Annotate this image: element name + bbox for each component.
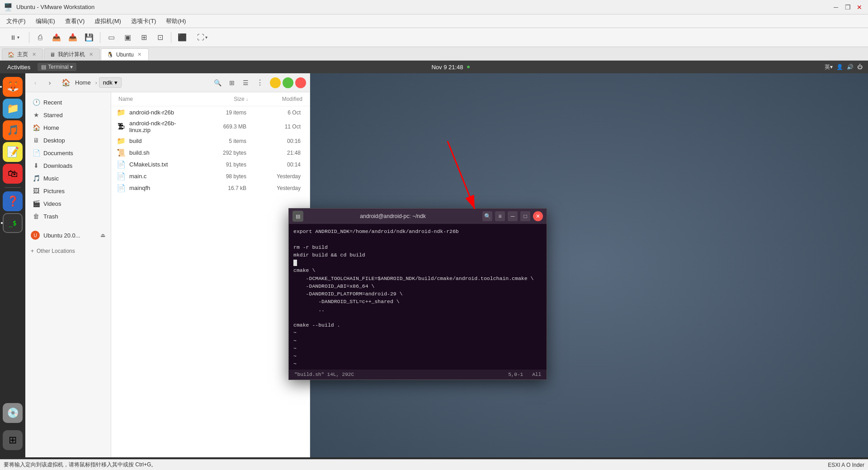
- tab-ubuntu-label: Ubuntu: [116, 52, 134, 58]
- desktop-icon: 🖥: [33, 137, 40, 144]
- toolbar-layout-3[interactable]: ⊞: [137, 30, 151, 45]
- fm-forward-button[interactable]: ›: [43, 76, 56, 89]
- terminal-body[interactable]: export ANDROID_NDK=/home/android/ndk/and…: [289, 224, 547, 370]
- sidebar-item-trash[interactable]: 🗑 Trash: [27, 210, 109, 223]
- dock-files[interactable]: 📁: [3, 99, 23, 119]
- toolbar-snapshot-manager[interactable]: 💾: [82, 30, 96, 45]
- breadcrumb-home[interactable]: Home: [72, 78, 94, 87]
- toolbar-console[interactable]: ⬛: [175, 30, 189, 45]
- breadcrumb-ndk[interactable]: ndk ▾: [99, 77, 122, 88]
- toolbar-layout-2[interactable]: ▣: [120, 30, 135, 45]
- minimize-button[interactable]: ─: [831, 2, 841, 12]
- terminal-maximize-button[interactable]: □: [520, 211, 530, 221]
- ubuntu-vm-area: Activities ▤ Terminal ▾ Nov 9 21:48 英▾ 👤…: [0, 61, 868, 457]
- dock-software[interactable]: 🛍: [3, 164, 23, 184]
- fm-search-button[interactable]: 🔍: [211, 76, 224, 89]
- activities-button[interactable]: Activities: [5, 64, 32, 71]
- panel-right: 英▾ 👤 🔊 ⏻: [825, 63, 863, 71]
- file-row-build[interactable]: 📁 build 5 items 00:16: [113, 135, 308, 147]
- menu-tabs[interactable]: 选项卡(T): [127, 15, 161, 27]
- terminal-search-button[interactable]: 🔍: [482, 211, 492, 221]
- file-date: Yesterday: [250, 185, 304, 191]
- menu-help[interactable]: 帮助(H): [161, 15, 190, 27]
- file-row-cmakelists[interactable]: 📄 CMakeLists.txt 91 bytes 00:14: [113, 159, 308, 170]
- close-button[interactable]: ✕: [854, 2, 864, 12]
- dock-notes[interactable]: 📝: [3, 142, 23, 162]
- lang-indicator[interactable]: 英▾: [825, 63, 833, 71]
- file-row-android-ndk[interactable]: 📁 android-ndk-r26b 19 items 6 Oct: [113, 107, 308, 118]
- panel-terminal-tab[interactable]: ▤ Terminal ▾: [38, 63, 76, 71]
- sidebar-item-desktop[interactable]: 🖥 Desktop: [27, 134, 109, 147]
- sidebar-item-music[interactable]: 🎵 Music: [27, 172, 109, 185]
- col-modified-header[interactable]: Modified: [252, 94, 306, 104]
- fm-close-button[interactable]: ✕: [295, 77, 306, 88]
- menu-file[interactable]: 文件(F): [2, 15, 30, 27]
- fm-back-button[interactable]: ‹: [29, 76, 42, 89]
- toolbar-snapshot[interactable]: 📤: [49, 30, 64, 45]
- file-row-build-sh[interactable]: 📜 build.sh 292 bytes 21:48: [113, 147, 308, 158]
- dock-apps-grid[interactable]: ⊞: [3, 430, 23, 450]
- power-menu-button[interactable]: ⏸▾: [4, 30, 25, 45]
- file-name: build.sh: [129, 149, 196, 156]
- menu-view[interactable]: 查看(V): [61, 15, 89, 27]
- dock-terminal[interactable]: _$: [3, 213, 23, 233]
- ubuntu-eject-icon[interactable]: ⏏: [100, 232, 105, 238]
- term-line-4: cmake \: [293, 266, 542, 274]
- sidebar-item-documents[interactable]: 📄 Documents: [27, 147, 109, 159]
- toolbar-fullscreen[interactable]: ⛶▾: [191, 30, 213, 45]
- sidebar-item-videos[interactable]: 🎬 Videos: [27, 197, 109, 210]
- term-line-tilde2: ~: [293, 337, 542, 345]
- sidebar-item-ubuntu-mount[interactable]: U Ubuntu 20.0... ⏏: [25, 228, 111, 242]
- downloads-icon: ⬇: [33, 162, 40, 169]
- col-name-header[interactable]: Name: [115, 94, 198, 104]
- sidebar-item-starred[interactable]: ★ Starred: [27, 109, 109, 121]
- toolbar-sep-3: [171, 32, 171, 43]
- fm-grid-view[interactable]: ⊞: [226, 76, 238, 89]
- menu-edit[interactable]: 编辑(E): [31, 15, 60, 27]
- terminal-minimize-button[interactable]: ─: [508, 211, 518, 221]
- terminal-close-button[interactable]: ✕: [533, 211, 543, 221]
- dock-help[interactable]: ❓: [3, 191, 23, 211]
- sidebar-item-downloads[interactable]: ⬇ Downloads: [27, 159, 109, 172]
- sort-arrow: ↓: [246, 97, 248, 102]
- tab-home[interactable]: 🏠 主页 ✕: [2, 48, 43, 60]
- toolbar-snapshot-restore[interactable]: 📥: [66, 30, 80, 45]
- fm-more-button[interactable]: ⋮: [254, 76, 266, 89]
- file-row-android-zip[interactable]: 🗜 android-ndk-r26b-linux.zip 669.3 MB 11…: [113, 119, 308, 135]
- sidebar-other-locations[interactable]: + Other Locations: [25, 246, 111, 256]
- fm-view-buttons: ⊞ ☰: [226, 76, 252, 89]
- tab-mycomputer-close[interactable]: ✕: [88, 52, 94, 58]
- documents-icon: 📄: [33, 149, 40, 157]
- fm-maximize-button[interactable]: □: [283, 77, 293, 88]
- software-icon: 🛍: [8, 168, 18, 180]
- term-line-5: -DCMAKE_TOOLCHAIN_FILE=$ANDROID_NDK/buil…: [293, 275, 542, 282]
- statusbar-icons: ESXI A O Inder: [828, 462, 864, 468]
- dock-dvd[interactable]: 💿: [3, 403, 23, 423]
- dock-firefox[interactable]: 🦊: [3, 77, 23, 97]
- ubuntu-top-panel: Activities ▤ Terminal ▾ Nov 9 21:48 英▾ 👤…: [0, 61, 868, 73]
- toolbar-send-ctrl-alt-del[interactable]: ⎙: [33, 30, 47, 45]
- toolbar-layout-4[interactable]: ⊡: [153, 30, 167, 45]
- tab-home-close[interactable]: ✕: [31, 52, 37, 58]
- file-row-main-c[interactable]: 📄 main.c 98 bytes Yesterday: [113, 171, 308, 182]
- tab-ubuntu[interactable]: 🐧 Ubuntu ✕: [101, 48, 149, 60]
- sidebar-item-recent[interactable]: 🕐 Recent: [27, 96, 109, 109]
- toolbar-layout-1[interactable]: ▭: [104, 30, 118, 45]
- menu-vm[interactable]: 虚拟机(M): [90, 15, 126, 27]
- file-date: 6 Oct: [250, 109, 304, 116]
- fm-list-view[interactable]: ☰: [239, 76, 252, 89]
- apps-grid-icon: ⊞: [9, 434, 17, 446]
- fm-minimize-button[interactable]: ─: [270, 77, 281, 88]
- sidebar-item-home[interactable]: 🏠 Home: [27, 121, 109, 134]
- term-line-tilde5: ~: [293, 360, 542, 368]
- file-row-mainqfh[interactable]: 📄 mainqfh 16.7 kB Yesterday: [113, 182, 308, 194]
- tab-mycomputer[interactable]: 🖥 我的计算机 ✕: [44, 48, 100, 60]
- tab-ubuntu-close[interactable]: ✕: [137, 52, 143, 58]
- col-size-header[interactable]: Size ↓: [198, 94, 252, 104]
- vmware-title: Ubuntu - VMware Workstation: [16, 4, 94, 10]
- sidebar-item-pictures[interactable]: 🖼 Pictures: [27, 185, 109, 197]
- restore-button[interactable]: ❐: [843, 2, 853, 12]
- terminal-window-icon: ▤: [292, 211, 303, 222]
- dock-music[interactable]: 🎵: [3, 120, 23, 140]
- terminal-menu-button[interactable]: ≡: [495, 211, 505, 221]
